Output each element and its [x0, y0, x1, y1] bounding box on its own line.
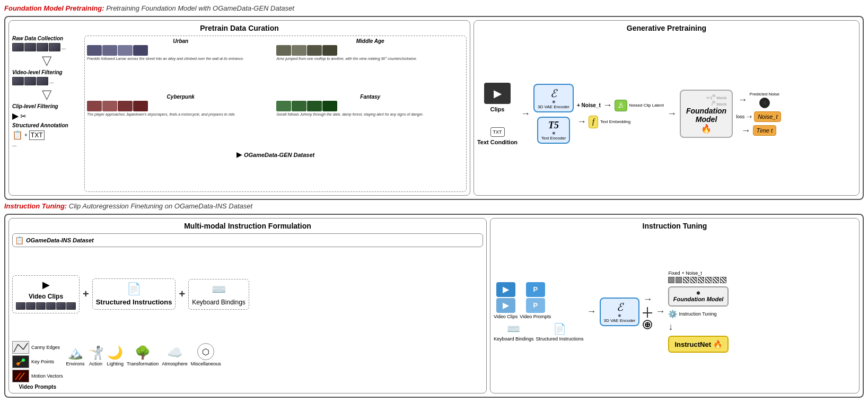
dataset-ins-icon: 📋 [15, 236, 24, 244]
icon-action: 🤺 Action [88, 345, 104, 366]
epsilon-symbol: ℰ [538, 87, 569, 100]
dataset-gen-label-row: ▶ OGameData-GEN Dataset [87, 150, 464, 189]
video-clips-prompts-row: ▶ ▶ Video Clips P P Video Prompts [494, 282, 584, 319]
arrow-emb: → [577, 116, 586, 127]
clip-level-row: ▶ ✂ [12, 111, 81, 121]
plus-circle: ⊕ [643, 320, 652, 329]
clips-play-icon: ▶ [484, 83, 511, 104]
top-title-italic: Pretraining Foundation Model with OGameD… [106, 4, 294, 12]
img-fn4 [322, 101, 337, 111]
video-clips-flow-label: Video Clips [494, 314, 518, 319]
clip-f1 [12, 43, 24, 51]
fire-fm: 🔥 [686, 124, 726, 134]
canny-row: Canny Edges [12, 341, 63, 354]
structured-instructions-flow-label: Structured Instructions [536, 336, 584, 342]
fixed-label: Fixed [668, 270, 680, 276]
example-cp-imgs [87, 101, 274, 111]
nc1 [668, 277, 674, 283]
keyboard-bindings-component: ⌨️ Keyboard Bindings [188, 279, 249, 310]
vae-encoder-box: ℰ ❄ 3D VAE Encoder [533, 84, 574, 112]
example-fn-imgs [276, 101, 463, 111]
clipboard-icon: 📋 [12, 130, 23, 140]
dataset-gen-label: OGameData-GEN Dataset [244, 152, 314, 158]
fixed-noise-row: Fixed + Noise_t [668, 270, 728, 276]
svg-line-0 [14, 344, 18, 352]
motion-vectors-row: Motion Vectors [12, 370, 63, 382]
transformation-label: Transformation [127, 361, 159, 366]
img-ma2 [292, 45, 306, 56]
video-prompts-flow-label: Video Prompts [520, 314, 551, 319]
icon-lighting: 🌙 Lighting [107, 345, 124, 366]
keyboard-flow-icon: ⌨️ [507, 322, 520, 335]
predicted-noise-row: → Predicted Noise [738, 92, 779, 108]
example-urban-imgs [87, 45, 274, 56]
clips-label: Clips [490, 106, 505, 112]
plus1: + [83, 288, 89, 300]
dots2: ... [49, 78, 54, 84]
img-fn1 [276, 101, 291, 111]
example-fantasy-title: Fantasy [276, 94, 463, 100]
transformation-icon: 🌳 [135, 345, 151, 360]
noise-t-box: Noise_t [754, 111, 781, 122]
svg-line-2 [23, 343, 28, 349]
dataset-ins-box: 📋 OGameData-INS Dataset [12, 233, 483, 247]
instruction-panel-title: Instruction Tuning [494, 222, 856, 230]
arrow-time: → [741, 125, 751, 136]
t5-symbol: T5 [541, 120, 566, 131]
video-clips-label: Video Clips [29, 293, 63, 300]
category-icons-row: 🏔️ Environs 🤺 Action 🌙 Lighting 🌳 Transf… [66, 343, 221, 366]
nc2 [676, 277, 682, 283]
funnel-icon2: ▽ [12, 87, 81, 102]
block-i1-label: i+1th block [686, 94, 726, 100]
pretrain-left: Raw Data Collection ... [12, 36, 467, 192]
img-ma1 [276, 45, 291, 56]
example-urban-text: Franklin followed Lamar across the stree… [87, 57, 274, 61]
example-fantasy: Fantasy Geralt follows Johnny through th… [276, 94, 463, 147]
snowflake-vae: ❄ [538, 100, 569, 104]
nc6 [705, 277, 712, 283]
keyboard-icon: ⌨️ [212, 283, 226, 296]
gen-pretrain-panel: Generative Pretraining ▶ Clips TXT Text … [474, 20, 860, 196]
main-container: Foundation Model Pretraining: Pretrainin… [0, 0, 868, 402]
pretrain-panel-title: Pretrain Data Curation [12, 24, 467, 32]
nc5 [698, 277, 704, 283]
environs-label: Environs [66, 361, 85, 366]
scissors-icon: ✂ [20, 112, 27, 120]
encoder-col: ℰ ❄ 3D VAE Encoder T5 ❄ Text Encoder [533, 84, 574, 144]
example-fn-text: Geralt follows Johnny through the dark, … [276, 112, 463, 117]
right-col: → Predicted Noise loss ⇢ Noise_t [736, 92, 781, 136]
video-clips-flow-icon2: ▶ [496, 298, 515, 313]
time-t-label: Time t [757, 127, 773, 134]
keyboard-bindings-label: Keyboard Bindings [192, 299, 246, 306]
instructnet-box: InstructNet 🔥 [668, 336, 728, 353]
txt-box: TXT [29, 130, 45, 140]
loss-row: loss ⇢ Noise_t [736, 111, 781, 122]
video-prompts-stack: P P Video Prompts [520, 282, 551, 319]
clip-b1 [16, 302, 25, 310]
plus-noise-label: + Noise_t [577, 102, 601, 108]
arrow-pred: → [738, 94, 748, 106]
dots-pipeline: ... [12, 142, 81, 147]
keypoints-svg [13, 356, 29, 368]
bottom-half: Multi-modal Instruction Formulation 📋 OG… [4, 214, 864, 398]
keypoints-img [12, 355, 29, 368]
post-encoder-col: + Noise_t → z̃ₜ Noised Clip Latent → f [577, 100, 664, 128]
dots1: ... [62, 45, 66, 50]
t5-encoder-label: Text Encoder [541, 136, 566, 141]
input-pairs-col: ▶ ▶ Video Clips P P Video Prompts ⌨️ [494, 282, 584, 342]
svg-line-5 [18, 360, 23, 364]
pred-noise-col: Predicted Noise [750, 92, 779, 108]
time-t-row: → Time t [741, 125, 776, 136]
f-symbol: f [592, 118, 594, 126]
icon-atmosphere: ☁️ Atmosphere [162, 345, 188, 366]
img-fn3 [307, 101, 322, 111]
example-urban: Urban Franklin followed Lamar across the… [87, 38, 274, 92]
svg-line-1 [18, 344, 23, 349]
keyboard-flow-col: ⌨️ Keyboard Bindings [494, 322, 534, 342]
keypoints-label: Key Points [31, 359, 54, 364]
img-cp2 [102, 101, 117, 111]
clip-b4 [46, 302, 56, 310]
pipeline-step-annot: Structured Annotation [12, 123, 81, 128]
foundation-model-box: i+1th block ith block FoundationModel 🔥 [680, 90, 733, 137]
video-prompts-flow-icon2: P [526, 298, 545, 313]
